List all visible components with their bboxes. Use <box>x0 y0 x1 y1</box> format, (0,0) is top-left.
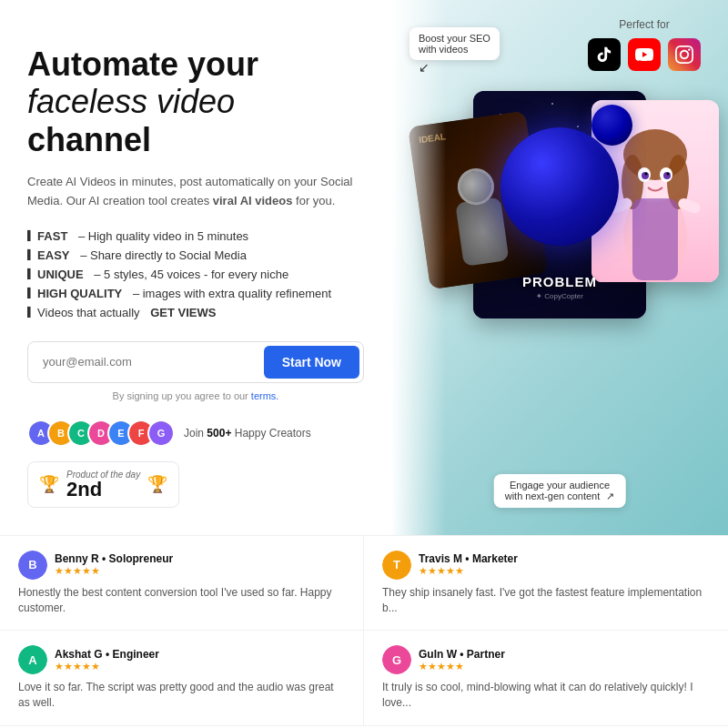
avatar-6: G <box>147 420 175 447</box>
badge-laurel-right: 🏆 <box>147 474 167 494</box>
perfect-for: Perfect for <box>588 18 701 71</box>
reviewer-name-1: Travis M • Marketer <box>419 552 710 565</box>
reviewer-name-2: Akshat G • Engineer <box>55 648 345 661</box>
perfect-for-label: Perfect for <box>588 18 701 31</box>
hero-section: Automate your faceless video channel Cre… <box>0 0 728 535</box>
product-badge: 🏆 Product of the day 2nd 🏆 <box>27 461 179 508</box>
reviewer-header-3: G Guln W • Partner ★★★★★ <box>382 645 710 674</box>
badge-rank: 2nd <box>66 480 140 500</box>
review-text-3: It truly is so cool, mind-blowing what i… <box>382 680 710 711</box>
start-now-button[interactable]: Start Now <box>264 346 359 379</box>
review-text-2: Love it so far. The script was pretty go… <box>18 680 345 711</box>
tooltip-engage: Engage your audiencewith next-gen conten… <box>494 474 626 508</box>
reviewer-stars-1: ★★★★★ <box>419 565 710 577</box>
hero-title: Automate your faceless video channel <box>27 46 364 158</box>
feature-unique: UNIQUE – 5 styles, 45 voices - for every… <box>27 268 364 281</box>
svg-rect-11 <box>632 198 678 280</box>
reviewer-avatar-1: T <box>382 551 411 580</box>
reviewer-info-2: Akshat G • Engineer ★★★★★ <box>55 648 345 672</box>
reviewer-info-1: Travis M • Marketer ★★★★★ <box>419 552 710 577</box>
tooltip-boost: Boost your SEOwith videos <box>410 27 500 60</box>
card-problem-label: PROBLEM <box>522 274 597 289</box>
feature-quality: HIGH QUALITY – images with extra quality… <box>27 287 364 300</box>
email-form: Start Now <box>27 341 364 383</box>
hero-title-line1: Automate your <box>27 46 258 83</box>
reviewer-stars-0: ★★★★★ <box>55 565 345 577</box>
review-text-1: They ship insanely fast. I've got the fa… <box>382 585 710 616</box>
reviewer-avatar-0: B <box>18 551 47 580</box>
reviewer-avatar-2: A <box>18 645 47 674</box>
review-card-2: A Akshat G • Engineer ★★★★★ Love it so f… <box>0 631 364 726</box>
tiktok-icon <box>588 38 621 71</box>
hero-left: Automate your faceless video channel Cre… <box>0 0 391 535</box>
hero-title-italic: faceless video <box>27 83 235 120</box>
reviewer-name-3: Guln W • Partner <box>419 648 710 661</box>
hero-cards-container: PROBLEM ✦ CopyCopter IDEAL <box>419 73 719 462</box>
reviewer-stars-3: ★★★★★ <box>419 661 710 672</box>
features-list: FAST – High quality video in 5 minutes E… <box>27 229 364 319</box>
platform-icons <box>588 38 701 71</box>
badge-laurel-left: 🏆 <box>39 474 59 494</box>
avatars-group: ABCDEFG <box>27 420 175 447</box>
hero-right: Perfect for <box>391 0 728 535</box>
reviewer-info-3: Guln W • Partner ★★★★★ <box>419 648 710 672</box>
review-text-0: Honestly the best content conversion too… <box>18 585 345 616</box>
review-card-3: G Guln W • Partner ★★★★★ It truly is so … <box>364 631 728 726</box>
badge-info: Product of the day 2nd <box>66 470 140 500</box>
instagram-icon <box>668 38 701 71</box>
hero-title-bold: channel <box>27 121 151 158</box>
feature-fast: FAST – High quality video in 5 minutes <box>27 229 364 243</box>
review-card-1: T Travis M • Marketer ★★★★★ They ship in… <box>364 536 728 632</box>
reviewer-name-0: Benny R • Solopreneur <box>55 552 345 565</box>
feature-easy: EASY – Share directly to Social Media <box>27 248 364 262</box>
social-proof: ABCDEFG Join 500+ Happy Creators <box>27 420 364 447</box>
terms-text: By signing up you agree to our terms. <box>27 390 364 401</box>
svg-point-10 <box>667 173 670 176</box>
reviewer-info-0: Benny R • Solopreneur ★★★★★ <box>55 552 345 577</box>
email-input[interactable] <box>32 346 264 379</box>
reviewer-avatar-3: G <box>382 645 411 674</box>
reviewer-header-0: B Benny R • Solopreneur ★★★★★ <box>18 551 345 580</box>
review-card-0: B Benny R • Solopreneur ★★★★★ Honestly t… <box>0 536 364 632</box>
svg-point-9 <box>645 173 648 176</box>
social-proof-text: Join 500+ Happy Creators <box>184 427 311 440</box>
youtube-icon <box>628 38 661 71</box>
reviewer-stars-2: ★★★★★ <box>55 661 345 672</box>
terms-link[interactable]: terms. <box>251 390 279 401</box>
feature-views: Videos that actually GET VIEWS <box>27 306 364 319</box>
reviewer-header-1: T Travis M • Marketer ★★★★★ <box>382 551 710 580</box>
reviewer-header-2: A Akshat G • Engineer ★★★★★ <box>18 645 345 674</box>
reviews-section: B Benny R • Solopreneur ★★★★★ Honestly t… <box>0 535 728 726</box>
hero-description: Create AI Videos in minutes, post automa… <box>27 173 364 211</box>
card-brand: ✦ CopyCopter <box>522 292 597 300</box>
